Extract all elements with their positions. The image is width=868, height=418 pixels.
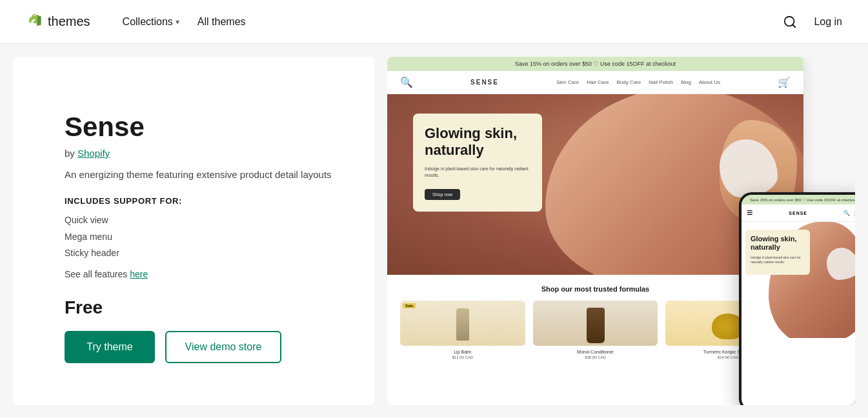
product-price-1: $11.00 CAD bbox=[452, 355, 473, 359]
author-link[interactable]: Shopify bbox=[77, 148, 110, 159]
main-content: Sense by Shopify An energizing theme fea… bbox=[0, 44, 868, 418]
product-image-1: Sale bbox=[400, 301, 525, 346]
mobile-announcement: Save 15% on orders over $50 ♡ Use code 1… bbox=[742, 195, 855, 204]
see-all-features: See all features here bbox=[65, 269, 336, 279]
mobile-preview: Save 15% on orders over $50 ♡ Use code 1… bbox=[739, 192, 855, 405]
search-icon bbox=[783, 15, 797, 29]
product-image-2 bbox=[533, 301, 658, 346]
nav-link: Body Care bbox=[616, 79, 641, 85]
mobile-menu-icon: ≡ bbox=[747, 207, 752, 219]
see-all-features-link[interactable]: here bbox=[130, 269, 148, 279]
header-right: Log in bbox=[779, 11, 842, 33]
main-nav: Collections ▾ All themes bbox=[116, 12, 780, 32]
mobile-cart-icon: 🛒 bbox=[854, 210, 855, 216]
mobile-store-name: SENSE bbox=[789, 211, 807, 215]
mobile-cream bbox=[827, 248, 855, 280]
theme-preview-panel: Save 15% on orders over $50 ♡ Use code 1… bbox=[387, 57, 855, 405]
chevron-down-icon: ▾ bbox=[176, 17, 179, 26]
preview-search-icon: 🔍 bbox=[400, 76, 413, 88]
preview-nav: 🔍 SENSE Skin Care Hair Care Body Care Na… bbox=[387, 71, 803, 94]
hero-subtitle: Indulge in plant-based skin care for nat… bbox=[425, 166, 530, 179]
mobile-hero-title: Glowing skin, naturally bbox=[751, 235, 805, 252]
sale-badge: Sale bbox=[403, 303, 416, 308]
mobile-hero-card: Glowing skin, naturally Indulge in plant… bbox=[745, 230, 810, 275]
preview-announcement: Save 15% on orders over $50 ♡ Use code 1… bbox=[387, 57, 803, 71]
hero-shop-button[interactable]: Shop now bbox=[425, 189, 460, 200]
all-themes-nav-item[interactable]: All themes bbox=[191, 12, 252, 32]
collections-label: Collections bbox=[123, 16, 173, 28]
button-row: Try theme View demo store bbox=[65, 331, 336, 363]
nav-link: Blog bbox=[681, 79, 691, 85]
mobile-search-icon: 🔍 bbox=[843, 210, 850, 216]
nav-link: Nail Polish bbox=[649, 79, 673, 85]
mobile-hero: Glowing skin, naturally Indulge in plant… bbox=[742, 222, 855, 338]
theme-author: by Shopify bbox=[65, 148, 336, 159]
feature-item: Mega menu bbox=[65, 229, 336, 245]
mobile-nav: ≡ SENSE 🔍 🛒 bbox=[742, 204, 855, 222]
feature-item: Quick view bbox=[65, 212, 336, 228]
includes-label: INCLUDES SUPPORT FOR: bbox=[65, 196, 336, 206]
price-label: Free bbox=[65, 297, 336, 318]
mobile-hero-subtitle: Indulge in plant-based skin care for nat… bbox=[751, 255, 805, 264]
shopify-logo-icon bbox=[26, 13, 44, 31]
mobile-screen: Save 15% on orders over $50 ♡ Use code 1… bbox=[742, 195, 855, 405]
all-themes-label: All themes bbox=[197, 16, 246, 28]
preview-store-name: SENSE bbox=[470, 79, 499, 86]
features-list: Quick view Mega menu Sticky header bbox=[65, 212, 336, 261]
try-theme-button[interactable]: Try theme bbox=[65, 331, 155, 363]
author-prefix: by bbox=[65, 148, 77, 159]
svg-line-1 bbox=[793, 25, 796, 27]
theme-title: Sense bbox=[65, 112, 336, 143]
header: themes Collections ▾ All themes Log in bbox=[0, 0, 868, 44]
search-button[interactable] bbox=[779, 11, 801, 33]
nav-link: Skin Care bbox=[556, 79, 579, 85]
nav-link: About Us bbox=[699, 79, 720, 85]
hero-title: Glowing skin, naturally bbox=[425, 125, 530, 159]
product-price-3: $14.00 CAD bbox=[718, 355, 739, 359]
login-button[interactable]: Log in bbox=[814, 16, 842, 28]
hero-card: Glowing skin, naturally Indulge in plant… bbox=[413, 114, 542, 212]
products-grid: Sale Lip Balm $11.00 CAD Monoi Condition… bbox=[400, 301, 791, 359]
nav-link: Hair Care bbox=[587, 79, 609, 85]
preview-nav-links: Skin Care Hair Care Body Care Nail Polis… bbox=[556, 79, 720, 85]
product-card-2: Monoi Conditioner $38.00 CAD bbox=[533, 301, 658, 359]
product-price-2: $38.00 CAD bbox=[585, 355, 606, 359]
collections-nav-item[interactable]: Collections ▾ bbox=[116, 12, 186, 32]
logo-text: themes bbox=[48, 14, 90, 29]
product-name-1: Lip Balm bbox=[454, 350, 471, 354]
product-card-1: Sale Lip Balm $11.00 CAD bbox=[400, 301, 525, 359]
preview-cart-icon: 🛒 bbox=[778, 76, 791, 88]
products-title: Shop our most trusted formulas bbox=[400, 285, 791, 293]
view-demo-button[interactable]: View demo store bbox=[165, 331, 281, 363]
logo-link[interactable]: themes bbox=[26, 13, 90, 31]
feature-item: Sticky header bbox=[65, 245, 336, 261]
theme-description: An energizing theme featuring extensive … bbox=[65, 168, 336, 183]
product-name-2: Monoi Conditioner bbox=[577, 350, 614, 354]
theme-info-panel: Sense by Shopify An energizing theme fea… bbox=[13, 57, 374, 405]
